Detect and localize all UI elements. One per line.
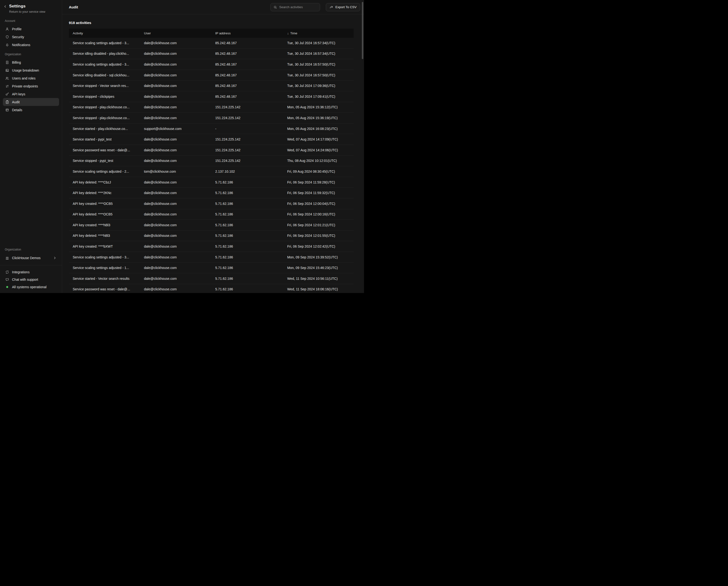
cell-activity: Service password was reset - dale@... (69, 148, 140, 152)
table-row[interactable]: Service idling disabled - sql.clickhou..… (69, 70, 354, 81)
cell-time: Mon, 09 Sep 2024 15:46:23(UTC) (283, 266, 354, 270)
footer-item-label: All systems operational (12, 285, 47, 289)
cell-time: Tue, 30 Jul 2024 16:57:50(UTC) (283, 73, 354, 77)
audit-content: 918 activities Activity User IP address … (62, 15, 364, 293)
table-header-row: Activity User IP address ↓ Time (69, 29, 354, 38)
cell-activity: Service scaling settings adjusted - 1... (69, 266, 140, 270)
table-row[interactable]: Service stopped - play.clickhouse.co...d… (69, 102, 354, 113)
cell-activity: API key deleted: ****2KNc (69, 191, 140, 195)
cell-ip: 85.242.48.167 (211, 52, 283, 55)
table-row[interactable]: Service scaling settings adjusted - 3...… (69, 59, 354, 70)
sidebar-item-label: Notifications (12, 43, 30, 47)
table-row[interactable]: Service password was reset - dale@...dal… (69, 145, 354, 156)
cell-user: dale@clickhouse.com (140, 202, 211, 205)
integrations-icon (5, 270, 9, 274)
sidebar-item-profile[interactable]: Profile (3, 25, 59, 33)
sidebar-item-details[interactable]: Details (3, 106, 59, 114)
table-row[interactable]: Service stopped - Vector search res...da… (69, 80, 354, 91)
table-row[interactable]: API key deleted: ****hBl3dale@clickhouse… (69, 230, 354, 241)
cell-activity: Service idling disabled - play.clickho..… (69, 52, 140, 55)
table-row[interactable]: Service started - play.clickhouse.co...s… (69, 123, 354, 134)
search-box (270, 3, 320, 11)
table-row[interactable]: Service stopped - clickpipesdale@clickho… (69, 91, 354, 102)
activities-table: Activity User IP address ↓ Time Service … (69, 29, 354, 293)
cell-ip: 5.71.62.186 (211, 223, 283, 227)
table-row[interactable]: Service scaling settings adjusted - 3...… (69, 252, 354, 263)
table-row[interactable]: Service scaling settings adjusted - 3...… (69, 38, 354, 49)
sidebar-nav: AccountProfileSecurityNotificationsOrgan… (0, 15, 62, 114)
table-row[interactable]: Service idling disabled - play.clickho..… (69, 49, 354, 59)
cell-ip: 5.71.62.186 (211, 266, 283, 270)
cell-user: support@clickhouse.com (140, 127, 211, 131)
cell-time: Tue, 30 Jul 2024 17:09:36(UTC) (283, 84, 354, 88)
column-header-user[interactable]: User (140, 31, 211, 35)
table-row[interactable]: API key deleted: ****2KNcdale@clickhouse… (69, 188, 354, 198)
sidebar-item-audit[interactable]: Audit (3, 98, 59, 106)
details-icon (5, 108, 9, 112)
sidebar-item-all-systems-operational[interactable]: All systems operational (3, 283, 59, 291)
sidebar-item-label: Usage breakdown (12, 69, 39, 72)
sidebar-item-chat-with-support[interactable]: Chat with support (3, 276, 59, 283)
cell-activity: API key created: ****OCB5 (69, 202, 140, 205)
table-row[interactable]: Service started - pypi_testdale@clickhou… (69, 134, 354, 145)
cell-time: Tue, 30 Jul 2024 16:57:34(UTC) (283, 41, 354, 45)
table-row[interactable]: Service scaling settings adjusted - 2...… (69, 166, 354, 177)
table-row[interactable]: API key deleted: ****CbzJdale@clickhouse… (69, 177, 354, 188)
org-switcher-row[interactable]: ClickHouse Demos (3, 253, 59, 262)
table-row[interactable]: Service started - Vector search resultsd… (69, 273, 354, 284)
table-row[interactable]: Service scaling settings adjusted - 1...… (69, 263, 354, 273)
sidebar-item-users-and-roles[interactable]: Users and roles (3, 74, 59, 82)
search-input[interactable] (279, 5, 317, 9)
cell-ip: 151.224.225.142 (211, 148, 283, 152)
cell-user: dale@clickhouse.com (140, 116, 211, 120)
vertical-scrollbar-thumb[interactable] (362, 2, 363, 59)
cell-ip: 5.71.62.186 (211, 234, 283, 238)
cell-activity: Service stopped - play.clickhouse.co... (69, 105, 140, 109)
sidebar-item-notifications[interactable]: Notifications (3, 41, 59, 49)
sidebar-item-usage-breakdown[interactable]: Usage breakdown (3, 66, 59, 74)
sidebar-item-label: Billing (12, 60, 21, 64)
table-row[interactable]: Service stopped - play.clickhouse.co...d… (69, 113, 354, 123)
column-header-activity[interactable]: Activity (69, 31, 140, 35)
table-row[interactable]: API key deleted: ****OCB5dale@clickhouse… (69, 209, 354, 220)
column-header-ip[interactable]: IP address (211, 31, 283, 35)
cell-user: dale@clickhouse.com (140, 244, 211, 248)
nav-section-label-organization: Organization (3, 49, 59, 58)
sidebar-item-integrations[interactable]: Integrations (3, 268, 59, 276)
export-csv-button[interactable]: Export To CSV (326, 3, 360, 11)
sidebar-footer: IntegrationsChat with supportAll systems… (0, 265, 62, 293)
cell-time: Mon, 05 Aug 2024 15:36:19(UTC) (283, 116, 354, 120)
table-row[interactable]: API key created: ****bXWTdale@clickhouse… (69, 241, 354, 252)
sidebar-item-api-keys[interactable]: API keys (3, 90, 59, 98)
table-row[interactable]: API key created: ****hBl3dale@clickhouse… (69, 220, 354, 230)
cell-ip: 151.224.225.142 (211, 137, 283, 141)
status-ok-dot-icon (5, 285, 9, 289)
export-csv-label: Export To CSV (335, 5, 357, 9)
cell-time: Fri, 06 Sep 2024 11:59:28(UTC) (283, 180, 354, 184)
cell-time: Tue, 30 Jul 2024 17:09:41(UTC) (283, 95, 354, 98)
cell-activity: Service scaling settings adjusted - 3... (69, 41, 140, 45)
cell-ip: 85.242.48.167 (211, 95, 283, 98)
cell-user: dale@clickhouse.com (140, 84, 211, 88)
page-title: Audit (69, 5, 78, 9)
chevron-right-icon (53, 256, 57, 260)
cell-user: dale@clickhouse.com (140, 148, 211, 152)
column-header-time[interactable]: ↓ Time (283, 31, 354, 35)
sidebar-item-private-endpoints[interactable]: Private endpoints (3, 82, 59, 90)
sidebar-item-security[interactable]: Security (3, 33, 59, 41)
sidebar-subtitle[interactable]: Return to your service view (9, 10, 45, 14)
chart-image-icon (5, 69, 9, 72)
cell-time: Wed, 07 Aug 2024 14:24:06(UTC) (283, 148, 354, 152)
sort-desc-icon: ↓ (287, 31, 289, 35)
table-row[interactable]: API key created: ****OCB5dale@clickhouse… (69, 198, 354, 209)
table-row[interactable]: Service password was reset - dale@...dal… (69, 284, 354, 293)
cell-time: Fri, 06 Sep 2024 12:00:04(UTC) (283, 202, 354, 205)
cell-user: dale@clickhouse.com (140, 255, 211, 259)
settings-sidebar: Settings Return to your service view Acc… (0, 0, 62, 293)
cell-time: Fri, 06 Sep 2024 12:01:55(UTC) (283, 234, 354, 238)
table-row[interactable]: Service stopped - pypi_testdale@clickhou… (69, 156, 354, 166)
back-chevron-icon[interactable] (3, 5, 7, 8)
cell-activity: API key created: ****hBl3 (69, 223, 140, 227)
sidebar-item-billing[interactable]: Billing (3, 58, 59, 66)
cell-ip: 85.242.48.167 (211, 63, 283, 66)
